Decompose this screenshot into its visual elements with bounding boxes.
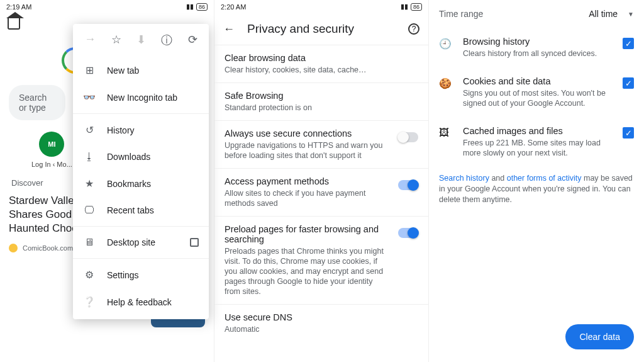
- clock: 2:20 AM: [221, 3, 246, 11]
- mi-icon: MI: [39, 132, 64, 157]
- setting-title: Access payment methods: [225, 176, 391, 186]
- history-checkbox[interactable]: ✓: [623, 38, 634, 49]
- status-bar: 2:19 AM ▮▮ 86: [0, 0, 214, 13]
- cbd-title: Cached images and files: [463, 126, 611, 136]
- clear-data-button[interactable]: Clear data: [565, 324, 634, 349]
- setting-title: Clear browsing data: [225, 53, 418, 63]
- disclaimer-text: Search history and other forms of activi…: [429, 167, 644, 212]
- help-circle-icon[interactable]: ?: [408, 23, 419, 35]
- download-icon: ⬇: [136, 33, 146, 48]
- search-input[interactable]: Search or type: [9, 85, 65, 120]
- clock: 2:19 AM: [6, 3, 31, 11]
- info-icon[interactable]: ⓘ: [161, 33, 172, 48]
- setting-title: Always use secure connections: [225, 128, 391, 139]
- dropdown-value: All time: [589, 9, 618, 19]
- search-history-link[interactable]: Search history: [439, 174, 489, 183]
- menu-label: New tab: [107, 65, 139, 76]
- menu-new-tab[interactable]: ⊞New tab: [73, 57, 209, 84]
- menu-label: Desktop site: [107, 237, 155, 247]
- setting-sub: Preloads pages that Chrome thinks you mi…: [225, 246, 391, 297]
- menu-help[interactable]: ❔Help & feedback: [73, 288, 209, 315]
- menu-label: Settings: [107, 270, 139, 280]
- status-bar: 2:20 AM ▮▮ 86: [214, 0, 428, 13]
- menu-label: Downloads: [107, 152, 150, 162]
- setting-sub: Clear history, cookies, site data, cache…: [225, 65, 418, 75]
- cookie-icon: 🍪: [439, 77, 452, 89]
- setting-preload[interactable]: Preload pages for faster browsing and se…: [214, 216, 428, 304]
- menu-bookmarks[interactable]: ★Bookmarks: [73, 170, 209, 197]
- signal-icon: ▮▮: [401, 3, 408, 11]
- clock-icon: 🕘: [439, 38, 452, 50]
- time-range-label: Time range: [439, 9, 483, 19]
- page-title: Privacy and security: [247, 22, 396, 36]
- battery-icon: 86: [196, 3, 208, 11]
- help-icon: ❔: [83, 296, 96, 308]
- menu-settings[interactable]: ⚙Settings: [73, 261, 209, 288]
- plus-box-icon: ⊞: [83, 64, 96, 76]
- gear-icon: ⚙: [83, 269, 96, 281]
- desktop-icon: 🖥: [83, 237, 96, 248]
- home-icon[interactable]: [8, 18, 20, 30]
- payment-toggle[interactable]: [398, 180, 418, 190]
- secure-toggle[interactable]: [398, 132, 418, 142]
- activity-link[interactable]: other forms of activity: [507, 174, 582, 183]
- desktop-checkbox[interactable]: [190, 238, 199, 247]
- cbd-sub: Clears history from all synced devices.: [463, 48, 611, 59]
- cache-checkbox[interactable]: ✓: [623, 127, 634, 139]
- setting-sub: Upgrade navigations to HTTPS and warn yo…: [225, 140, 391, 161]
- back-icon[interactable]: ←: [223, 23, 235, 36]
- cbd-cookies[interactable]: 🍪 Cookies and site dataSigns you out of …: [429, 67, 644, 117]
- bookmark-icon: ★: [83, 178, 96, 189]
- menu-history[interactable]: ↺History: [73, 116, 209, 144]
- battery-icon: 86: [411, 3, 422, 11]
- setting-title: Safe Browsing: [225, 91, 418, 101]
- setting-sub: Automatic: [225, 324, 418, 334]
- shortcut-mi[interactable]: MI Log In ‹ Mo...: [31, 132, 72, 168]
- menu-label: Recent tabs: [107, 205, 154, 215]
- setting-sub: Allow sites to check if you have payment…: [225, 188, 391, 208]
- cbd-sub: Frees up 221 MB. Some sites may load mor…: [463, 138, 611, 158]
- history-icon: ↺: [83, 124, 96, 136]
- setting-title: Use secure DNS: [225, 312, 418, 322]
- menu-label: History: [107, 125, 135, 135]
- cbd-title: Browsing history: [463, 37, 611, 47]
- source-favicon: [9, 244, 18, 252]
- setting-secure-connections[interactable]: Always use secure connectionsUpgrade nav…: [214, 120, 428, 168]
- setting-sub: Standard protection is on: [225, 103, 418, 113]
- cbd-browsing-history[interactable]: 🕘 Browsing historyClears history from al…: [429, 28, 644, 67]
- download-list-icon: ⭳: [83, 151, 96, 162]
- article-source: ComicBook.com: [23, 244, 73, 252]
- reload-icon[interactable]: ⟳: [188, 33, 197, 48]
- menu-label: Bookmarks: [107, 179, 151, 189]
- overflow-menu: → ☆ ⬇ ⓘ ⟳ ⊞New tab 👓New Incognito tab ↺H…: [73, 24, 209, 319]
- setting-dns[interactable]: Use secure DNSAutomatic: [214, 304, 428, 342]
- signal-icon: ▮▮: [186, 3, 194, 11]
- menu-desktop[interactable]: 🖥Desktop site: [73, 229, 209, 256]
- shortcut-label: Log In ‹ Mo...: [31, 161, 72, 168]
- cbd-cache[interactable]: 🖼 Cached images and filesFrees up 221 MB…: [429, 117, 644, 167]
- setting-payment[interactable]: Access payment methodsAllow sites to che…: [214, 168, 428, 216]
- menu-recent[interactable]: 🖵Recent tabs: [73, 197, 209, 223]
- setting-safe-browsing[interactable]: Safe BrowsingStandard protection is on: [214, 82, 428, 120]
- cbd-sub: Signs you out of most sites. You won't b…: [463, 88, 611, 108]
- recent-tabs-icon: 🖵: [83, 205, 96, 216]
- menu-incognito[interactable]: 👓New Incognito tab: [73, 84, 209, 111]
- menu-downloads[interactable]: ⭳Downloads: [73, 144, 209, 170]
- preload-toggle[interactable]: [398, 228, 418, 238]
- forward-icon: →: [84, 33, 96, 48]
- chevron-down-icon: ▼: [628, 11, 634, 18]
- cbd-title: Cookies and site data: [463, 76, 611, 86]
- menu-label: New Incognito tab: [107, 93, 177, 103]
- setting-clear-data[interactable]: Clear browsing dataClear history, cookie…: [214, 45, 428, 82]
- time-range-dropdown[interactable]: All time ▼: [589, 9, 634, 19]
- setting-title: Preload pages for faster browsing and se…: [225, 224, 391, 244]
- menu-label: Help & feedback: [107, 297, 172, 307]
- star-icon[interactable]: ☆: [111, 33, 121, 48]
- incognito-icon: 👓: [83, 91, 96, 103]
- cookies-checkbox[interactable]: ✓: [623, 77, 634, 89]
- image-icon: 🖼: [439, 127, 452, 139]
